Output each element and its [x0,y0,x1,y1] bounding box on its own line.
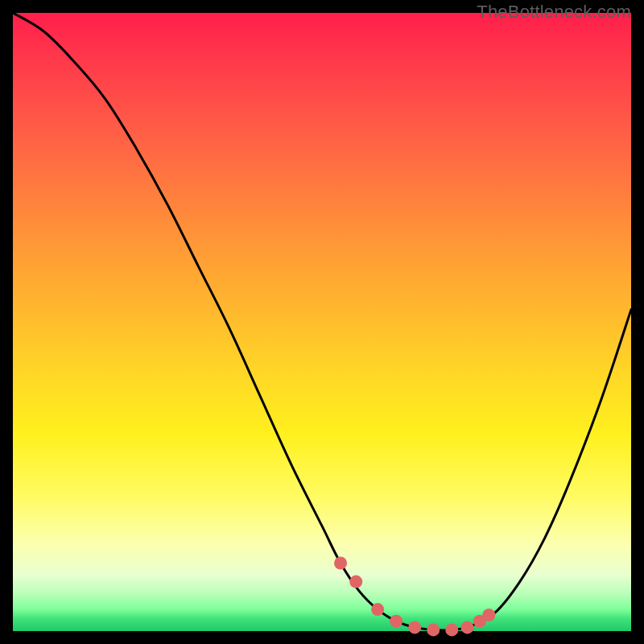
marker-dot [334,557,347,570]
marker-dot [482,609,495,621]
marker-dot [427,623,440,636]
marker-dot [460,621,473,634]
watermark-text: TheBottleneck.com [477,2,631,23]
marker-dot [408,621,421,634]
marker-dot [349,576,362,588]
marker-dot [390,615,402,628]
chart-svg [13,13,631,631]
marker-dot [445,623,458,636]
optimal-range-markers [334,557,495,637]
marker-dot [371,603,384,616]
chart-container: TheBottleneck.com [0,0,644,644]
plot-area [13,13,631,631]
bottleneck-curve [13,13,631,630]
